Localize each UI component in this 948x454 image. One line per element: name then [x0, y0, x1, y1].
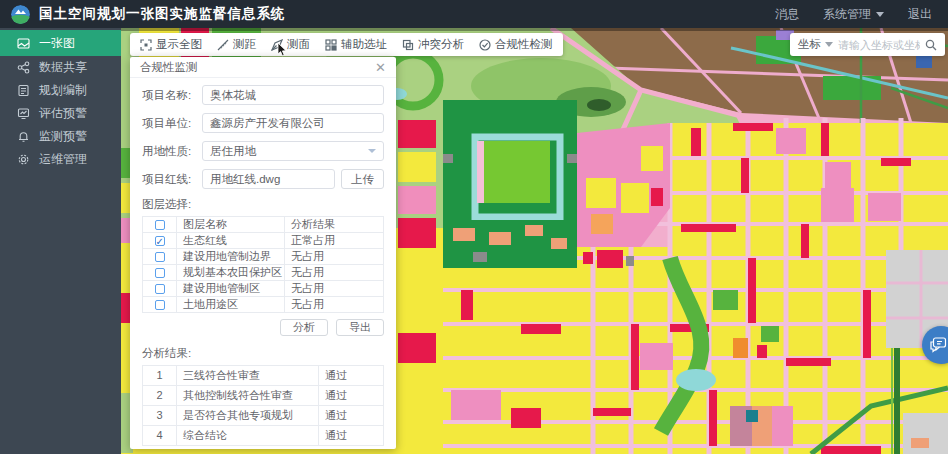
land-use-type-label: 用地性质: — [142, 144, 202, 159]
layer-checkbox[interactable] — [155, 268, 165, 278]
search-type-select[interactable]: 坐标 — [798, 37, 833, 52]
project-redline-field[interactable]: 用地红线.dwg — [202, 169, 335, 189]
project-unit-label: 项目单位: — [142, 116, 202, 131]
sidebar-item-data-sharing[interactable]: 数据共享 — [0, 56, 121, 79]
evaluate-warning-icon — [17, 107, 30, 120]
fullscreen-icon — [140, 39, 152, 51]
layer-row: 建设用地管制区 无占用 — [143, 281, 384, 297]
measure-distance-button[interactable]: 测距 — [217, 37, 256, 52]
dropdown-caret-icon — [876, 12, 884, 17]
system-management-menu[interactable]: 系统管理 — [823, 6, 884, 23]
sidebar-item-monitoring-warning[interactable]: 监测预警 — [0, 125, 121, 148]
compliance-check-dialog: 合规性监测 ✕ 项目名称: 奥体花城 项目单位: 鑫源房产开发有限公司 用地性质… — [130, 57, 396, 449]
ops-gear-icon — [17, 153, 30, 166]
layer-table: 图层名称 分析结果 生态红线 正常占用 建设用地管制边界 无占用 规划基本农田保… — [142, 216, 384, 313]
result-row: 3 是否符合其他专项规划 通过 — [143, 406, 384, 426]
analysis-result-label: 分析结果: — [142, 346, 384, 361]
select-chevron-icon — [368, 149, 376, 153]
measure-distance-icon — [217, 39, 229, 51]
sidebar-item-operations[interactable]: 运维管理 — [0, 148, 121, 171]
land-use-type-select[interactable]: 居住用地 — [202, 141, 384, 161]
messages-link[interactable]: 消息 — [775, 6, 799, 23]
analyze-button[interactable]: 分析 — [280, 319, 328, 336]
map-toolbar: 显示全图 测距 测面 辅助选址 冲突分析 合规性检测 — [130, 33, 563, 56]
dialog-title: 合规性监测 — [140, 60, 198, 75]
layer-row: 土地用途区 无占用 — [143, 297, 384, 313]
close-icon[interactable]: ✕ — [375, 61, 386, 74]
share-icon — [17, 61, 30, 74]
result-row: 1 三线符合性审查 通过 — [143, 366, 384, 386]
sidebar-item-one-map[interactable]: 一张图 — [0, 30, 121, 56]
result-row: 2 其他控制线符合性审查 通过 — [143, 386, 384, 406]
sidebar-item-planning[interactable]: 规划编制 — [0, 79, 121, 102]
compliance-check-icon — [479, 39, 491, 51]
app-logo — [11, 5, 30, 24]
project-unit-field[interactable]: 鑫源房产开发有限公司 — [202, 113, 384, 133]
show-full-map-button[interactable]: 显示全图 — [140, 37, 202, 52]
layer-checkbox[interactable] — [155, 252, 165, 262]
export-button[interactable]: 导出 — [336, 319, 384, 336]
project-name-label: 项目名称: — [142, 88, 202, 103]
map-icon — [17, 37, 30, 50]
result-row: 4 综合结论 通过 — [143, 426, 384, 446]
sidebar: 一张图 数据共享 规划编制 评估预警 监测预警 运维管理 — [0, 28, 121, 454]
plan-edit-icon — [17, 84, 30, 97]
layer-checkbox[interactable] — [155, 300, 165, 310]
chat-bubbles-icon — [929, 337, 947, 353]
layer-table-header: 图层名称 分析结果 — [143, 217, 384, 233]
map-search-box: 坐标 — [790, 33, 945, 56]
upload-button[interactable]: 上传 — [341, 169, 384, 189]
project-redline-label: 项目红线: — [142, 172, 202, 187]
project-name-field[interactable]: 奥体花城 — [202, 85, 384, 105]
monitor-warning-icon — [17, 130, 30, 143]
sidebar-item-evaluation-warning[interactable]: 评估预警 — [0, 102, 121, 125]
search-input[interactable] — [838, 39, 920, 51]
search-type-caret-icon — [825, 42, 833, 47]
compliance-check-button[interactable]: 合规性检测 — [479, 37, 553, 52]
conflict-analysis-icon — [402, 39, 414, 51]
select-all-checkbox[interactable] — [155, 220, 165, 230]
layer-select-label: 图层选择: — [142, 197, 384, 212]
conflict-analysis-button[interactable]: 冲突分析 — [402, 37, 464, 52]
top-navbar: 国土空间规划一张图实施监督信息系统 消息 系统管理 退出 — [0, 0, 948, 28]
layer-row: 生态红线 正常占用 — [143, 233, 384, 249]
app-title: 国土空间规划一张图实施监督信息系统 — [39, 5, 286, 23]
layer-checkbox[interactable] — [155, 236, 165, 246]
layer-checkbox[interactable] — [155, 284, 165, 294]
site-selection-button[interactable]: 辅助选址 — [325, 37, 387, 52]
layer-row: 规划基本农田保护区 无占用 — [143, 265, 384, 281]
search-icon[interactable] — [925, 39, 937, 51]
site-selection-icon — [325, 39, 337, 51]
mouse-cursor-icon — [277, 43, 288, 57]
analysis-result-table: 1 三线符合性审查 通过 2 其他控制线符合性审查 通过 3 是否符合其他专项规… — [142, 365, 384, 446]
logout-link[interactable]: 退出 — [908, 6, 932, 23]
layer-row: 建设用地管制边界 无占用 — [143, 249, 384, 265]
